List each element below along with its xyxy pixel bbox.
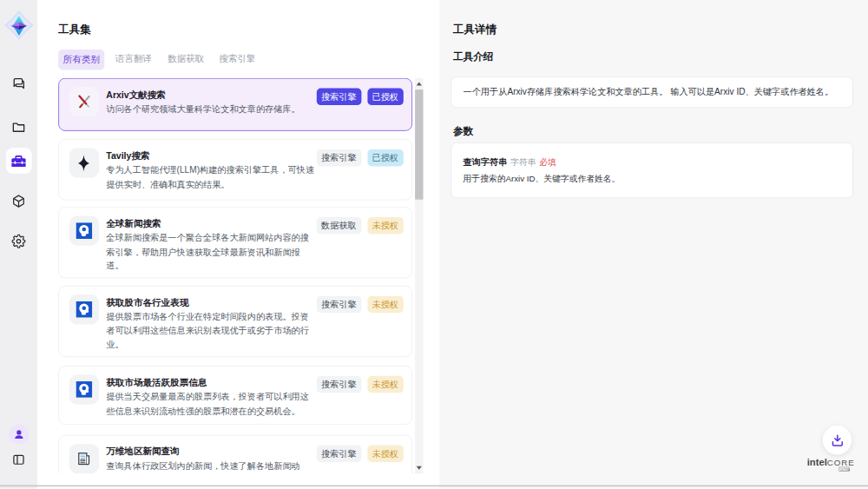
svg-text:CORE: CORE — [827, 458, 855, 467]
svg-text:ULTRA: ULTRA — [840, 468, 851, 472]
svg-text:intel: intel — [807, 457, 827, 467]
